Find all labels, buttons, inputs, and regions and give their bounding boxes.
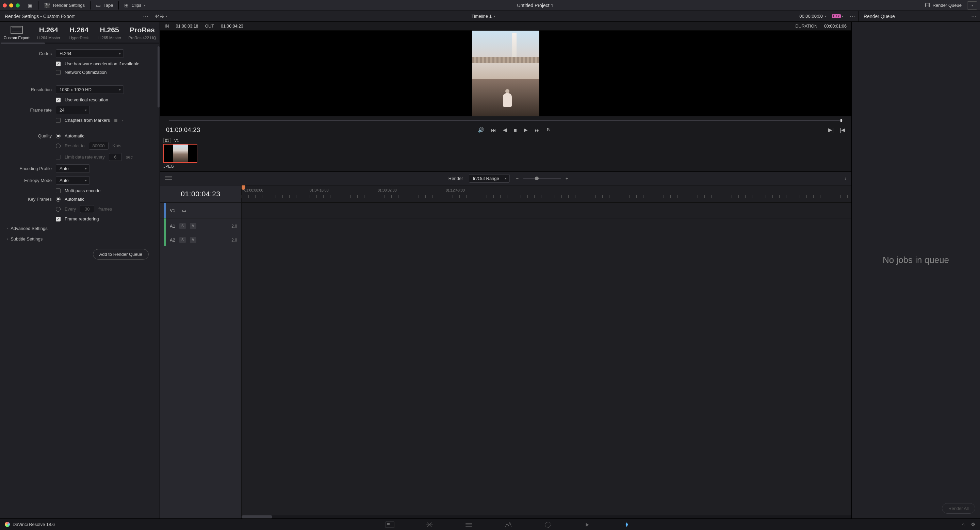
settings-scrollbar[interactable]: [158, 46, 159, 108]
page-fusion-icon[interactable]: [504, 522, 513, 528]
channel-count: 2.0: [231, 238, 237, 243]
play-icon[interactable]: ▶: [524, 127, 528, 133]
chapters-checkbox[interactable]: [56, 118, 60, 123]
playhead[interactable]: [243, 186, 243, 519]
track-lane-a2[interactable]: [242, 234, 851, 246]
track-name: A1: [170, 224, 175, 229]
keyframes-n-input[interactable]: 30: [80, 205, 94, 213]
zoom-slider[interactable]: [523, 178, 561, 179]
limit-rate-checkbox[interactable]: [56, 155, 60, 160]
preset-prores[interactable]: ProRes ProRes 422 HQ: [130, 26, 155, 40]
render-range-select[interactable]: In/Out Range▾: [469, 174, 510, 182]
chapters-label: Chapters from Markers: [65, 118, 110, 123]
settings-gear-icon[interactable]: ⚙: [971, 522, 975, 528]
render-queue-toggle[interactable]: 🎞 Render Queue: [923, 1, 964, 10]
zoom-out-icon[interactable]: −: [516, 176, 519, 181]
render-settings-button[interactable]: 🎬 Render Settings: [42, 1, 87, 10]
add-to-queue-button[interactable]: Add to Render Queue: [93, 249, 149, 260]
viewer-zoom-dropdown[interactable]: 44%▾: [152, 11, 170, 21]
preset-custom-export[interactable]: Custom Export: [5, 26, 28, 40]
frame-reorder-checkbox[interactable]: ✓: [56, 217, 60, 221]
framerate-select[interactable]: 24▾: [56, 106, 90, 114]
fullscreen-window-icon[interactable]: [16, 3, 20, 8]
ruler-tick: 01:04:16:00: [310, 188, 328, 192]
preset-h265-master[interactable]: H.265 H.265 Master: [99, 26, 120, 40]
audio-meter-icon[interactable]: ♪: [845, 176, 847, 181]
quality-restrict-radio[interactable]: [56, 144, 60, 148]
net-opt-checkbox[interactable]: [56, 70, 60, 75]
track-lane-v1[interactable]: [242, 202, 851, 218]
solo-button[interactable]: S: [179, 237, 186, 243]
timeline-ruler[interactable]: 01:00:00:00 01:04:16:00 01:08:32:00 01:1…: [242, 186, 851, 202]
preset-hyperdeck[interactable]: H.264 HyperDeck: [69, 26, 89, 40]
resolution-select[interactable]: 1080 x 1920 HD▾: [56, 86, 124, 94]
next-clip-icon[interactable]: ▶|: [828, 127, 834, 133]
mute-button[interactable]: M: [190, 237, 196, 243]
mute-button[interactable]: M: [190, 223, 196, 229]
timeline-name-label: Timeline 1: [471, 14, 492, 19]
multipass-label: Multi-pass encode: [65, 188, 101, 193]
tape-button[interactable]: ▭ Tape: [94, 1, 115, 10]
timeline-view-icon[interactable]: [165, 176, 172, 181]
keyframes-every-radio[interactable]: [56, 207, 60, 212]
keyframes-auto-radio[interactable]: [56, 197, 60, 202]
track-head-v1[interactable]: V1 ▭: [160, 202, 241, 218]
advanced-settings-expander[interactable]: ›Advanced Settings: [0, 223, 156, 234]
loop-icon[interactable]: ↻: [546, 127, 551, 133]
volume-icon[interactable]: 🔊: [478, 127, 484, 133]
go-start-icon[interactable]: ⏮: [491, 127, 496, 133]
quality-auto-radio[interactable]: [56, 134, 60, 138]
proxy-mode-button[interactable]: PXY▾: [829, 11, 846, 21]
vert-res-checkbox[interactable]: ✓: [56, 98, 60, 102]
close-window-icon[interactable]: [3, 3, 7, 8]
prev-clip-icon[interactable]: |◀: [840, 127, 845, 133]
quality-restrict-label: Restrict to: [65, 143, 85, 148]
page-cut-icon[interactable]: [425, 522, 434, 528]
zoom-in-icon[interactable]: +: [566, 176, 568, 181]
track-head-a2[interactable]: A2 S M 2.0: [160, 234, 241, 246]
track-lane-a1[interactable]: [242, 218, 851, 234]
home-icon[interactable]: ⌂: [962, 522, 965, 528]
queue-options-button[interactable]: ⋯: [968, 11, 980, 21]
subtitle-settings-expander[interactable]: ›Subtitle Settings: [0, 234, 156, 244]
track-head-a1[interactable]: A1 S M 2.0: [160, 218, 241, 234]
timeline-tracks[interactable]: 01:00:00:00 01:04:16:00 01:08:32:00 01:1…: [242, 186, 851, 519]
viewer-frame: [472, 31, 539, 116]
viewer-info-bar: IN 01:00:03:18 OUT 01:00:04:23 DURATION …: [160, 22, 851, 31]
multipass-checkbox[interactable]: [56, 189, 60, 193]
minimize-window-icon[interactable]: [9, 3, 13, 8]
limit-sec-input[interactable]: 6: [109, 153, 122, 161]
page-fairlight-icon[interactable]: [583, 522, 592, 528]
render-all-button[interactable]: Render All: [942, 503, 975, 514]
preset-h264-master[interactable]: H.264 H.264 Master: [38, 26, 59, 40]
viewer[interactable]: [160, 31, 851, 116]
preset-scrollbar[interactable]: [1, 43, 159, 44]
step-back-icon[interactable]: ◀: [503, 127, 507, 133]
hw-accel-checkbox[interactable]: ✓: [56, 62, 60, 66]
entropy-mode-select[interactable]: Auto▾: [56, 176, 90, 185]
viewer-options-button[interactable]: ⋯: [846, 11, 859, 21]
timeline-tc-dropdown[interactable]: 00:00:00:00▾: [797, 11, 829, 21]
frame-reorder-label: Frame reordering: [65, 216, 99, 221]
preset-title: H.265: [100, 26, 119, 34]
render-settings-label: Render Settings: [53, 3, 85, 8]
timeline-scrollbar[interactable]: [242, 516, 851, 519]
codec-select[interactable]: H.264▾: [56, 49, 124, 58]
page-media-icon[interactable]: [385, 522, 395, 528]
step-fwd-icon[interactable]: ⏭: [535, 127, 540, 133]
bitrate-input[interactable]: 80000: [89, 142, 108, 150]
workspace-icon[interactable]: ▣: [26, 1, 35, 10]
clips-button[interactable]: ⊞ Clips ▾: [122, 1, 148, 10]
timeline-selector[interactable]: Timeline 1▾: [469, 11, 498, 21]
viewer-scrubber[interactable]: [165, 117, 846, 123]
expand-panel-button[interactable]: ▾: [967, 2, 977, 10]
duration-label: DURATION: [795, 24, 817, 29]
page-color-icon[interactable]: [543, 522, 552, 528]
settings-options-button[interactable]: ⋯: [140, 11, 152, 21]
clip-thumb[interactable]: 01 V1 JPEG: [163, 138, 197, 169]
stop-icon[interactable]: ■: [514, 127, 517, 133]
solo-button[interactable]: S: [179, 223, 186, 229]
encoding-profile-select[interactable]: Auto▾: [56, 164, 90, 173]
page-deliver-icon[interactable]: [622, 522, 631, 528]
page-edit-icon[interactable]: [465, 522, 473, 528]
